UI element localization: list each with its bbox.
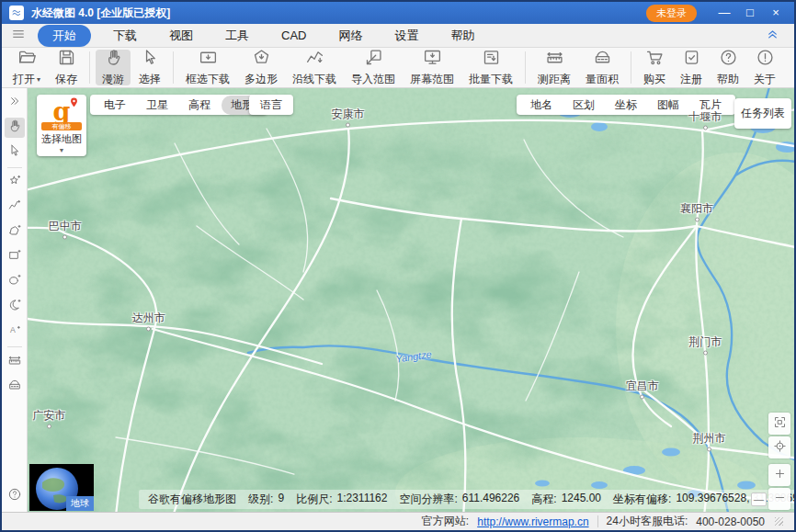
draw-rectangle-tool-button[interactable]	[5, 247, 25, 267]
toolbar-button[interactable]: 购买	[637, 50, 672, 85]
pan-tool-button[interactable]	[5, 118, 25, 138]
batch-download-icon	[482, 48, 501, 71]
overlay-toggle-button[interactable]: 坐标	[606, 96, 646, 115]
draw-ellipse-icon	[7, 273, 22, 291]
polyline-download-icon	[305, 48, 324, 71]
select-tool-button[interactable]	[5, 142, 25, 163]
polygon-download-icon	[252, 48, 271, 71]
fullscreen-icon	[773, 415, 787, 433]
maximize-button[interactable]: □	[737, 3, 763, 23]
toolbar-button[interactable]: 关于	[747, 50, 782, 85]
measure-distance-icon	[7, 353, 22, 371]
globe-label: 地球	[66, 496, 94, 511]
menu-item[interactable]: 网络	[328, 25, 372, 47]
status-item-label: 比例尺:	[296, 492, 332, 507]
toolbar-button-label: 帮助	[717, 72, 739, 87]
toolbar-button[interactable]: 量面积	[579, 50, 625, 85]
toolbar-button[interactable]: 屏幕范围	[404, 50, 461, 85]
official-site-link[interactable]: http://www.rivermap.cn	[477, 515, 588, 528]
menu-item[interactable]: 视图	[159, 25, 203, 47]
locate-button[interactable]	[768, 436, 790, 458]
toolbar-button-label: 购买	[643, 72, 665, 87]
close-button[interactable]: ×	[763, 3, 789, 23]
collapse-panel-button[interactable]	[5, 93, 25, 113]
menu-item[interactable]: 设置	[384, 25, 428, 47]
minimize-button[interactable]: —	[711, 3, 737, 23]
measure-area-icon	[7, 378, 22, 396]
draw-polyline-tool-button[interactable]	[5, 198, 25, 218]
map-render	[28, 88, 794, 512]
official-site-label: 官方网站:	[422, 514, 469, 529]
basemap-button[interactable]: 电子	[95, 96, 135, 115]
status-item-label: 高程:	[531, 492, 556, 507]
draw-ellipse-tool-button[interactable]	[5, 272, 25, 292]
toolbar-button[interactable]: 漫游	[96, 50, 131, 85]
app-icon	[9, 6, 24, 20]
toolbar-button-label: 导入范围	[351, 72, 395, 87]
dropdown-caret-icon: ▾	[37, 75, 40, 84]
pan-hand-icon	[7, 119, 22, 137]
help-icon	[719, 48, 738, 71]
status-item-value: 1:2311162	[336, 492, 387, 507]
map-pin-icon	[67, 96, 81, 110]
zoom-in-button[interactable]	[768, 464, 790, 486]
draw-star-tool-button[interactable]	[5, 173, 25, 193]
overlay-toggle-button[interactable]: 瓦片	[690, 96, 731, 115]
select-map-label: 选择地图	[40, 132, 84, 146]
help-icon	[7, 487, 22, 505]
app-window: 水经微图 4.0 [企业版已授权] 未登录 — □ × 开始下载视图工具CAD网…	[0, 0, 796, 532]
map-source-switcher[interactable]: g 有偏移 选择地图 ▼	[37, 95, 86, 156]
toolbar-button[interactable]: 注册	[674, 50, 709, 85]
basemap-button[interactable]: 卫星	[137, 96, 177, 115]
overlay-toggle-button[interactable]: 图幅	[648, 96, 688, 115]
about-icon	[756, 48, 775, 71]
menu-item[interactable]: 开始	[38, 25, 91, 47]
menu-item[interactable]: CAD	[271, 26, 316, 45]
login-status-badge[interactable]: 未登录	[646, 5, 697, 22]
overlay-toggle-button[interactable]: 区划	[563, 96, 604, 115]
draw-star-icon	[7, 174, 22, 192]
draw-polygon-tool-button[interactable]	[5, 222, 25, 243]
status-item-label: 空间分辨率:	[399, 492, 457, 507]
task-list-button[interactable]: 任务列表	[734, 98, 791, 129]
status-collapse-button[interactable]: —	[751, 492, 767, 506]
toolbar-button-label: 沿线下载	[292, 72, 336, 87]
menu-item[interactable]: 帮助	[440, 25, 484, 47]
toolbar-button[interactable]: 批量下载	[462, 50, 519, 85]
save-icon	[57, 48, 76, 71]
overlay-toggle-button[interactable]: 地名	[521, 96, 562, 115]
status-item-label: 级别:	[248, 492, 273, 507]
map-canvas[interactable]: Yangtze g 有偏移 选择地图 ▼ 电子卫星高程地形 语言 地名区划坐标图…	[28, 88, 794, 512]
toolbar-button[interactable]: 框选下载	[179, 50, 236, 85]
toolbar-button[interactable]: 保存	[49, 50, 84, 85]
zoom-out-button[interactable]	[768, 488, 790, 510]
side-toolbar: A	[2, 88, 28, 512]
collapse-ribbon-button[interactable]	[766, 27, 779, 44]
status-item-value: 1245.00	[562, 492, 601, 507]
hamburger-menu-icon[interactable]	[11, 27, 26, 45]
toolbar-button[interactable]: 多边形	[238, 50, 284, 85]
status-item-label: 坐标有偏移:	[613, 492, 671, 507]
toolbar-button-label: 屏幕范围	[410, 72, 454, 87]
menu-item[interactable]: 工具	[215, 25, 259, 47]
measure-area-tool-button[interactable]	[5, 377, 25, 397]
toolbar-button[interactable]: 测距离	[531, 50, 577, 85]
globe-thumbnail[interactable]: 地球	[29, 464, 94, 511]
fullscreen-button[interactable]	[768, 413, 790, 435]
draw-text-tool-button[interactable]: A	[5, 322, 25, 342]
toolbar-button[interactable]: 沿线下载	[286, 50, 343, 85]
toolbar-button[interactable]: 打开▾	[6, 50, 47, 85]
resize-grip[interactable]	[775, 517, 783, 526]
hotline-number: 400-028-0050	[696, 515, 765, 528]
toolbar-button[interactable]: 选择	[132, 50, 167, 85]
measure-distance-tool-button[interactable]	[5, 352, 25, 372]
menubar: 开始下载视图工具CAD网络设置帮助	[2, 24, 794, 48]
statusbar: 官方网站: http://www.rivermap.cn 24小时客服电话: 4…	[2, 512, 794, 530]
basemap-button[interactable]: 高程	[179, 96, 220, 115]
toolbar-button[interactable]: 导入范围	[345, 50, 402, 85]
draw-arc-tool-button[interactable]	[5, 297, 25, 317]
language-button[interactable]: 语言	[249, 95, 293, 115]
toolbar-button[interactable]: 帮助	[711, 50, 745, 85]
menu-item[interactable]: 下载	[103, 25, 147, 47]
help-tool-button[interactable]	[5, 486, 25, 506]
